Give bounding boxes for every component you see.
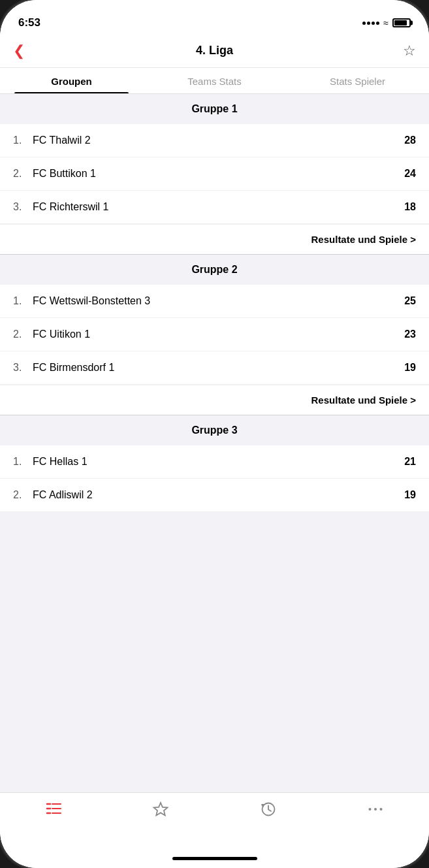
results-link-label: Resultate und Spiele > (311, 394, 416, 406)
team-score: 25 (404, 295, 416, 307)
bottom-tab-list[interactable] (34, 801, 73, 816)
team-name: FC Adliswil 2 (29, 489, 404, 501)
team-score: 24 (404, 168, 416, 180)
table-row: 2. FC Uitikon 1 23 (0, 318, 429, 351)
star-icon (152, 801, 169, 818)
favorite-button[interactable]: ☆ (396, 42, 416, 59)
more-icon (367, 801, 384, 818)
table-row: 1. FC Thalwil 2 28 (0, 124, 429, 157)
table-row: 3. FC Birmensdorf 1 19 (0, 351, 429, 385)
team-rank: 2. (13, 329, 29, 340)
gruppe3-header: Gruppe 3 (0, 415, 429, 445)
status-bar: 6:53 ≈ (0, 0, 429, 34)
tab-bar: Groupen Teams Stats Stats Spieler (0, 68, 429, 94)
team-score: 28 (404, 135, 416, 146)
table-row: 2. FC Adliswil 2 19 (0, 479, 429, 512)
table-row: 3. FC Richterswil 1 18 (0, 191, 429, 224)
table-row: 1. FC Wettswil-Bonstetten 3 25 (0, 285, 429, 318)
bottom-tab-more[interactable] (356, 801, 395, 818)
team-name: FC Wettswil-Bonstetten 3 (29, 295, 404, 307)
team-rank: 1. (13, 456, 29, 468)
team-rank: 2. (13, 489, 29, 501)
results-link-label: Resultate und Spiele > (311, 234, 416, 245)
team-rank: 3. (13, 201, 29, 213)
tab-teams-stats[interactable]: Teams Stats (143, 68, 286, 93)
table-row: 2. FC Buttikon 1 24 (0, 157, 429, 191)
back-button[interactable]: ❮ (13, 42, 33, 59)
team-name: FC Birmensdorf 1 (29, 362, 404, 374)
tab-stats-spieler[interactable]: Stats Spieler (286, 68, 429, 93)
svg-point-8 (368, 808, 371, 811)
gruppe1-teams: 1. FC Thalwil 2 28 2. FC Buttikon 1 24 3… (0, 124, 429, 254)
team-name: FC Buttikon 1 (29, 168, 404, 180)
team-name: FC Uitikon 1 (29, 329, 404, 340)
gruppe3-teams: 1. FC Hellas 1 21 2. FC Adliswil 2 19 (0, 445, 429, 512)
team-score: 19 (404, 362, 416, 374)
home-bar (172, 857, 257, 860)
bottom-tab-bar (0, 792, 429, 848)
team-rank: 1. (13, 135, 29, 146)
content-area: Gruppe 1 1. FC Thalwil 2 28 2. FC Buttik… (0, 94, 429, 792)
gruppe3-title: Gruppe 3 (191, 425, 237, 436)
gruppe1-title: Gruppe 1 (191, 103, 237, 114)
signal-icon (362, 22, 379, 25)
status-time: 6:53 (18, 16, 40, 29)
wifi-icon: ≈ (383, 18, 389, 28)
team-rank: 3. (13, 362, 29, 374)
status-icons: ≈ (362, 18, 411, 28)
gruppe1-results-link[interactable]: Resultate und Spiele > (0, 224, 429, 254)
gruppe2-teams: 1. FC Wettswil-Bonstetten 3 25 2. FC Uit… (0, 285, 429, 415)
team-score: 21 (404, 456, 416, 468)
bottom-tab-favorites[interactable] (141, 801, 180, 818)
svg-marker-6 (154, 803, 168, 815)
list-icon (45, 801, 62, 816)
gruppe2-title: Gruppe 2 (191, 264, 237, 275)
team-score: 23 (404, 329, 416, 340)
team-rank: 1. (13, 295, 29, 307)
svg-point-9 (374, 808, 377, 811)
team-score: 19 (404, 489, 416, 501)
battery-icon (392, 18, 411, 27)
team-score: 18 (404, 201, 416, 213)
gruppe1-header: Gruppe 1 (0, 94, 429, 124)
team-name: FC Hellas 1 (29, 456, 404, 468)
team-name: FC Richterswil 1 (29, 201, 404, 213)
svg-point-10 (379, 808, 382, 811)
gruppe2-results-link[interactable]: Resultate und Spiele > (0, 385, 429, 415)
tab-groupen[interactable]: Groupen (0, 68, 143, 93)
page-title: 4. Liga (196, 44, 233, 57)
bottom-tab-history[interactable] (249, 801, 288, 818)
home-indicator (0, 848, 429, 868)
table-row: 1. FC Hellas 1 21 (0, 445, 429, 479)
team-rank: 2. (13, 168, 29, 180)
team-name: FC Thalwil 2 (29, 135, 404, 146)
history-icon (260, 801, 277, 818)
nav-bar: ❮ 4. Liga ☆ (0, 34, 429, 68)
gruppe2-header: Gruppe 2 (0, 255, 429, 285)
